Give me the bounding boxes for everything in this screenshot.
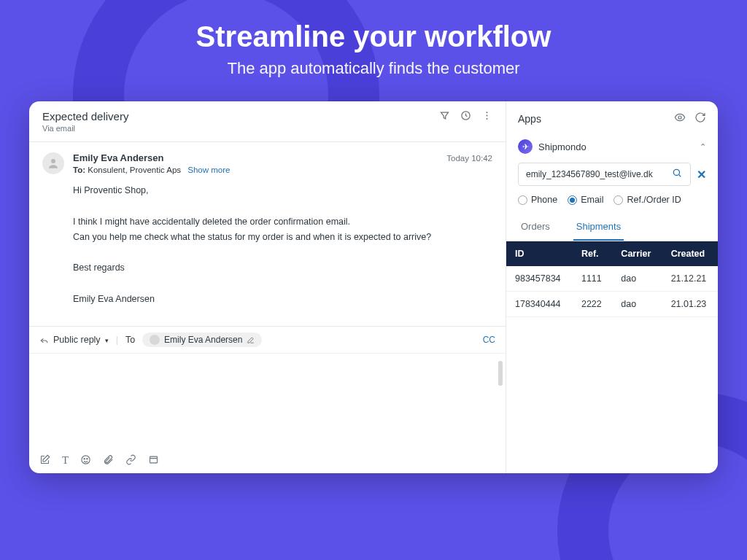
app-card-toggle[interactable]: ✈ Shipmondo ⌃: [506, 133, 718, 160]
table-row[interactable]: 1783404442222dao21.01.23: [506, 292, 718, 317]
hero-subtitle: The app automatically finds the customer: [0, 59, 747, 78]
svg-point-1: [487, 112, 488, 113]
recipient-chip[interactable]: Emily Eva Andersen: [142, 332, 262, 347]
radio-ref-order-id[interactable]: Ref./Order ID: [614, 195, 681, 205]
show-more-link[interactable]: Show more: [187, 166, 230, 174]
svg-point-7: [87, 459, 88, 459]
shipmondo-logo-icon: ✈: [518, 139, 533, 154]
search-input[interactable]: [526, 169, 668, 179]
app-name: Shipmondo: [538, 141, 694, 152]
svg-rect-8: [150, 456, 158, 463]
more-icon[interactable]: [481, 110, 492, 124]
eye-icon[interactable]: [674, 112, 686, 126]
col-ref: Ref.: [573, 241, 612, 266]
reply-type-dropdown[interactable]: Public reply: [39, 335, 109, 345]
clear-search-button[interactable]: ✕: [697, 168, 706, 182]
svg-point-4: [51, 159, 55, 163]
reply-editor[interactable]: [29, 354, 506, 448]
compose-icon[interactable]: [39, 454, 50, 467]
reply-to-label: To: [125, 335, 135, 345]
radio-email[interactable]: Email: [568, 195, 603, 205]
svg-point-5: [82, 456, 90, 464]
refresh-icon[interactable]: [694, 112, 706, 126]
shipments-table: IDRef.CarrierCreated 9834578341111dao21.…: [506, 241, 718, 317]
tab-orders[interactable]: Orders: [518, 215, 553, 241]
message-body: Hi Proventic Shop, I think I might have …: [73, 183, 492, 307]
table-row[interactable]: 9834578341111dao21.12.21: [506, 266, 718, 292]
apps-title: Apps: [518, 113, 541, 125]
svg-point-2: [487, 115, 488, 117]
cc-button[interactable]: CC: [483, 335, 495, 345]
search-icon[interactable]: [668, 168, 686, 181]
message-from: Emily Eva Andersen: [73, 152, 164, 163]
text-format-icon[interactable]: T: [62, 454, 69, 467]
svg-point-9: [678, 116, 681, 119]
history-icon[interactable]: [460, 110, 471, 124]
app-window: Expected delivery Via email Emily Eva An…: [29, 101, 718, 473]
hero-title: Streamline your workflow: [0, 20, 747, 53]
ticket-via: Via email: [42, 124, 128, 133]
embed-icon[interactable]: [148, 454, 159, 467]
tab-shipments[interactable]: Shipments: [573, 215, 624, 241]
avatar: [42, 152, 64, 174]
link-icon[interactable]: [125, 454, 136, 467]
chevron-up-icon: ⌃: [700, 142, 706, 152]
to-value: Konsulent, Proventic Aps: [88, 166, 181, 174]
svg-point-10: [673, 169, 679, 175]
message-time: Today 10:42: [446, 154, 492, 163]
filter-icon[interactable]: [439, 110, 450, 124]
svg-point-6: [84, 459, 85, 459]
svg-point-3: [487, 118, 488, 120]
col-created: Created: [662, 241, 718, 266]
col-id: ID: [506, 241, 573, 266]
ticket-title: Expected delivery: [42, 110, 128, 122]
emoji-icon[interactable]: [80, 454, 91, 467]
to-label: To:: [73, 166, 85, 174]
col-carrier: Carrier: [612, 241, 662, 266]
radio-phone[interactable]: Phone: [518, 195, 557, 205]
attach-icon[interactable]: [103, 454, 114, 467]
